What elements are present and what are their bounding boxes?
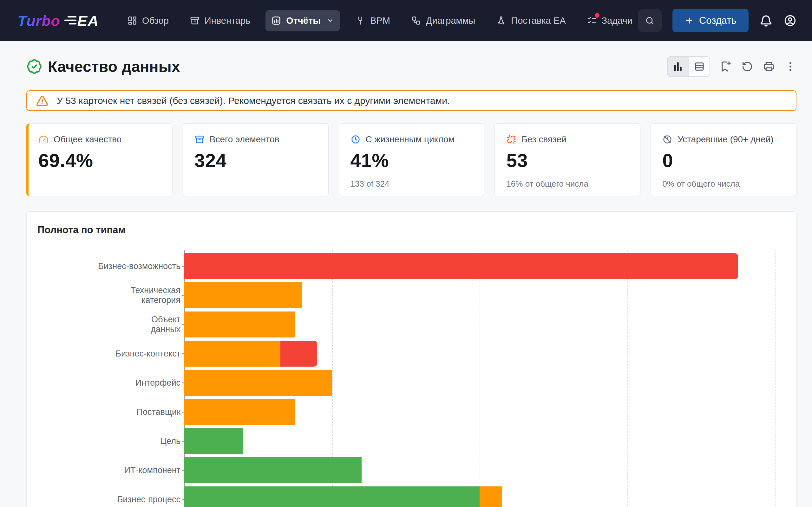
archive-icon bbox=[190, 15, 200, 26]
page-title: Качество данных bbox=[48, 58, 180, 75]
main-content: Качество данных У 53 карточек нет связей… bbox=[0, 41, 812, 507]
chart-row: Поставщик bbox=[27, 397, 780, 427]
chart-row: Бизнес-контекст bbox=[27, 339, 780, 368]
create-button-label: Создать bbox=[699, 15, 737, 26]
bar-segment-medium[interactable] bbox=[184, 370, 332, 396]
refresh-button[interactable] bbox=[741, 60, 753, 72]
axis-tick bbox=[182, 412, 184, 412]
axis-tick bbox=[182, 295, 184, 296]
chart-title: Полнота по типам bbox=[38, 224, 125, 236]
user-icon bbox=[783, 14, 797, 27]
card-label: Всего элементов bbox=[210, 134, 280, 145]
chart-category-label: Бизнес-возможность bbox=[27, 262, 181, 271]
print-button[interactable] bbox=[763, 60, 775, 72]
logo-speed-lines-icon bbox=[63, 14, 77, 27]
chart-row: ИТ-компонент bbox=[27, 456, 780, 485]
plus-icon bbox=[684, 16, 694, 25]
top-navigation: Turbo EA ОбзорИнвентарьОтчётыBPMДиаграмм… bbox=[0, 0, 812, 41]
bar-segment-low[interactable] bbox=[184, 253, 738, 279]
nav-item-report[interactable]: Отчёты bbox=[265, 10, 340, 32]
report-icon bbox=[271, 15, 281, 26]
bpm-icon bbox=[355, 15, 365, 26]
print-icon bbox=[763, 60, 775, 72]
compass-icon bbox=[496, 15, 506, 26]
nav-item-tasks[interactable]: Задачи bbox=[581, 10, 638, 32]
quality-badge-check-icon bbox=[26, 59, 42, 74]
bar-segment-medium[interactable] bbox=[184, 341, 281, 367]
card-value: 0 bbox=[662, 150, 785, 171]
axis-tick bbox=[182, 353, 184, 354]
nav-item-archive[interactable]: Инвентарь bbox=[184, 10, 256, 32]
nav-item-label: Диаграммы bbox=[426, 15, 475, 26]
logo-turbo-text: Turbo bbox=[17, 12, 60, 30]
chart-category-label: Цель bbox=[27, 436, 181, 446]
nav-item-bpm[interactable]: BPM bbox=[350, 10, 396, 32]
more-menu-button[interactable] bbox=[784, 60, 797, 72]
axis-tick bbox=[182, 383, 184, 383]
nav-item-label: Поставка EA bbox=[511, 15, 565, 26]
search-icon bbox=[645, 15, 655, 26]
notification-dot bbox=[595, 13, 600, 18]
chart-row: Цель bbox=[27, 427, 780, 456]
bookmark-add-icon bbox=[720, 60, 732, 72]
card-label: Без связей bbox=[521, 134, 566, 145]
chart-category-label: Объект данных bbox=[27, 315, 181, 334]
nav-item-label: Инвентарь bbox=[205, 15, 250, 26]
chart-category-label: Бизнес-процесс bbox=[27, 495, 181, 504]
logo-ea-text: EA bbox=[78, 12, 99, 30]
chart-card: Полнота по типам Бизнес-возможностьТехни… bbox=[26, 211, 797, 507]
table-view-icon bbox=[694, 61, 705, 72]
profile-button[interactable] bbox=[783, 14, 797, 27]
chart-plot-area: Бизнес-возможностьТехническая категорияО… bbox=[27, 250, 780, 507]
nav-item-diagrams[interactable]: Диаграммы bbox=[405, 10, 481, 32]
table-view-button[interactable] bbox=[689, 57, 710, 76]
bell-icon bbox=[759, 14, 773, 27]
card-subtext: 0% от общего числа bbox=[662, 179, 785, 189]
app-logo[interactable]: Turbo EA bbox=[17, 12, 99, 30]
nav-item-label: Отчёты bbox=[286, 15, 321, 26]
card-value: 53 bbox=[506, 150, 629, 171]
axis-tick bbox=[182, 470, 184, 471]
nav-item-compass[interactable]: Поставка EA bbox=[490, 10, 571, 32]
bar-segment-medium[interactable] bbox=[184, 399, 295, 425]
search-button[interactable] bbox=[638, 9, 662, 32]
chart-row: Бизнес-процесс bbox=[27, 485, 780, 507]
bookmark-add-button[interactable] bbox=[720, 60, 732, 72]
diagrams-icon bbox=[411, 15, 421, 26]
view-toggle bbox=[667, 56, 710, 77]
chart-category-label: Интерфейс bbox=[27, 378, 181, 388]
card-value: 69.4% bbox=[38, 150, 161, 171]
bar-segment-high[interactable] bbox=[184, 457, 362, 483]
card-subtext: 16% от общего числа bbox=[506, 179, 629, 189]
chart-row: Интерфейс bbox=[27, 368, 780, 397]
stat-card-unlink: Без связей5316% от общего числа bbox=[495, 123, 641, 196]
bar-segment-medium[interactable] bbox=[184, 282, 302, 308]
bar-segment-high[interactable] bbox=[184, 487, 479, 507]
gauge-icon bbox=[38, 134, 49, 145]
bar-segment-low[interactable] bbox=[281, 341, 317, 367]
axis-tick bbox=[182, 441, 184, 442]
unlink-icon bbox=[506, 134, 516, 145]
warning-text: У 53 карточек нет связей (без связей). Р… bbox=[57, 95, 450, 106]
chart-view-button[interactable] bbox=[668, 57, 689, 76]
clock-icon bbox=[351, 134, 361, 145]
chevron-icon bbox=[326, 16, 334, 25]
report-toolbar bbox=[667, 56, 797, 77]
chart-row: Объект данных bbox=[27, 310, 780, 339]
bar-segment-medium[interactable] bbox=[184, 312, 295, 337]
dashboard-icon bbox=[127, 15, 137, 26]
plus-icon bbox=[684, 16, 694, 25]
axis-tick bbox=[182, 324, 184, 325]
notifications-button[interactable] bbox=[759, 14, 773, 27]
bar-segment-high[interactable] bbox=[184, 428, 243, 454]
card-label: С жизненным циклом bbox=[366, 134, 455, 145]
create-button[interactable]: Создать bbox=[672, 9, 749, 32]
bar-segment-medium[interactable] bbox=[479, 487, 502, 507]
nav-item-dashboard[interactable]: Обзор bbox=[121, 10, 174, 32]
axis-tick bbox=[182, 266, 184, 267]
card-subtext: 133 of 324 bbox=[351, 179, 473, 189]
page-header: Качество данных bbox=[26, 53, 797, 80]
stat-cards: Общее качество69.4%Всего элементов324С ж… bbox=[26, 123, 797, 196]
nav-item-label: Задачи bbox=[602, 15, 632, 26]
chart-row: Техническая категория bbox=[27, 281, 780, 310]
